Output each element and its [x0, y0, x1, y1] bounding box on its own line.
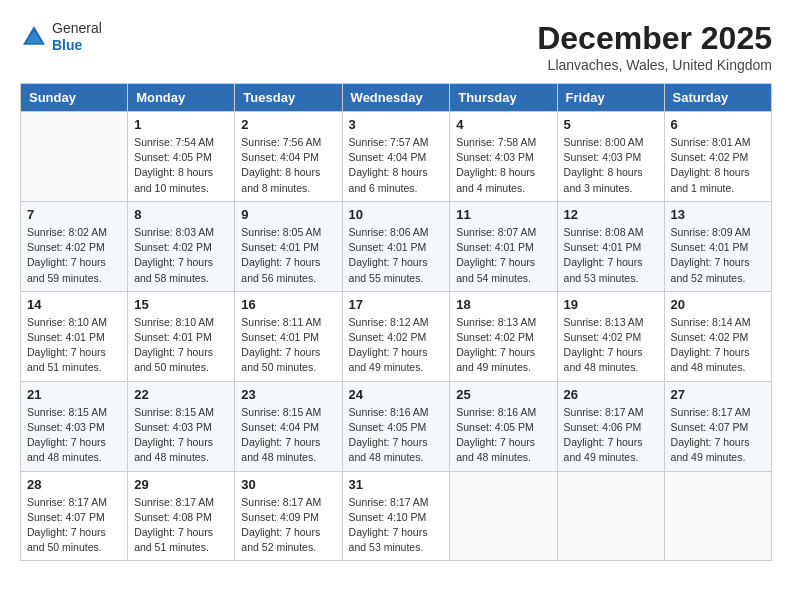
calendar-cell: 31Sunrise: 8:17 AM Sunset: 4:10 PM Dayli…	[342, 471, 450, 561]
calendar-cell: 25Sunrise: 8:16 AM Sunset: 4:05 PM Dayli…	[450, 381, 557, 471]
col-saturday: Saturday	[664, 84, 771, 112]
day-number: 2	[241, 117, 335, 132]
day-info: Sunrise: 8:15 AM Sunset: 4:03 PM Dayligh…	[134, 405, 228, 466]
day-info: Sunrise: 8:11 AM Sunset: 4:01 PM Dayligh…	[241, 315, 335, 376]
logo-text: General Blue	[52, 20, 102, 54]
calendar-cell	[664, 471, 771, 561]
day-number: 7	[27, 207, 121, 222]
day-info: Sunrise: 8:13 AM Sunset: 4:02 PM Dayligh…	[456, 315, 550, 376]
calendar-cell: 12Sunrise: 8:08 AM Sunset: 4:01 PM Dayli…	[557, 201, 664, 291]
day-info: Sunrise: 8:17 AM Sunset: 4:07 PM Dayligh…	[27, 495, 121, 556]
day-number: 26	[564, 387, 658, 402]
col-monday: Monday	[128, 84, 235, 112]
calendar-cell: 15Sunrise: 8:10 AM Sunset: 4:01 PM Dayli…	[128, 291, 235, 381]
day-number: 18	[456, 297, 550, 312]
calendar-cell: 10Sunrise: 8:06 AM Sunset: 4:01 PM Dayli…	[342, 201, 450, 291]
day-info: Sunrise: 8:08 AM Sunset: 4:01 PM Dayligh…	[564, 225, 658, 286]
day-number: 13	[671, 207, 765, 222]
day-number: 22	[134, 387, 228, 402]
day-info: Sunrise: 8:06 AM Sunset: 4:01 PM Dayligh…	[349, 225, 444, 286]
calendar-cell: 6Sunrise: 8:01 AM Sunset: 4:02 PM Daylig…	[664, 112, 771, 202]
calendar-cell: 13Sunrise: 8:09 AM Sunset: 4:01 PM Dayli…	[664, 201, 771, 291]
page-header: General Blue December 2025 Llanvaches, W…	[20, 20, 772, 73]
calendar-cell: 14Sunrise: 8:10 AM Sunset: 4:01 PM Dayli…	[21, 291, 128, 381]
day-number: 24	[349, 387, 444, 402]
day-info: Sunrise: 8:00 AM Sunset: 4:03 PM Dayligh…	[564, 135, 658, 196]
day-info: Sunrise: 8:07 AM Sunset: 4:01 PM Dayligh…	[456, 225, 550, 286]
day-info: Sunrise: 8:02 AM Sunset: 4:02 PM Dayligh…	[27, 225, 121, 286]
day-number: 4	[456, 117, 550, 132]
logo-general: General	[52, 20, 102, 37]
calendar-cell: 16Sunrise: 8:11 AM Sunset: 4:01 PM Dayli…	[235, 291, 342, 381]
day-info: Sunrise: 8:14 AM Sunset: 4:02 PM Dayligh…	[671, 315, 765, 376]
day-info: Sunrise: 8:13 AM Sunset: 4:02 PM Dayligh…	[564, 315, 658, 376]
day-info: Sunrise: 8:15 AM Sunset: 4:03 PM Dayligh…	[27, 405, 121, 466]
title-block: December 2025 Llanvaches, Wales, United …	[537, 20, 772, 73]
day-info: Sunrise: 8:17 AM Sunset: 4:10 PM Dayligh…	[349, 495, 444, 556]
day-info: Sunrise: 8:01 AM Sunset: 4:02 PM Dayligh…	[671, 135, 765, 196]
calendar-cell: 7Sunrise: 8:02 AM Sunset: 4:02 PM Daylig…	[21, 201, 128, 291]
day-info: Sunrise: 7:54 AM Sunset: 4:05 PM Dayligh…	[134, 135, 228, 196]
day-number: 31	[349, 477, 444, 492]
day-number: 1	[134, 117, 228, 132]
day-number: 16	[241, 297, 335, 312]
day-info: Sunrise: 7:56 AM Sunset: 4:04 PM Dayligh…	[241, 135, 335, 196]
day-info: Sunrise: 8:16 AM Sunset: 4:05 PM Dayligh…	[349, 405, 444, 466]
day-info: Sunrise: 8:03 AM Sunset: 4:02 PM Dayligh…	[134, 225, 228, 286]
calendar-week-4: 28Sunrise: 8:17 AM Sunset: 4:07 PM Dayli…	[21, 471, 772, 561]
calendar-cell: 22Sunrise: 8:15 AM Sunset: 4:03 PM Dayli…	[128, 381, 235, 471]
calendar-cell: 5Sunrise: 8:00 AM Sunset: 4:03 PM Daylig…	[557, 112, 664, 202]
day-info: Sunrise: 8:05 AM Sunset: 4:01 PM Dayligh…	[241, 225, 335, 286]
day-info: Sunrise: 8:17 AM Sunset: 4:07 PM Dayligh…	[671, 405, 765, 466]
day-number: 8	[134, 207, 228, 222]
col-thursday: Thursday	[450, 84, 557, 112]
day-number: 25	[456, 387, 550, 402]
day-info: Sunrise: 8:17 AM Sunset: 4:09 PM Dayligh…	[241, 495, 335, 556]
col-tuesday: Tuesday	[235, 84, 342, 112]
calendar-cell: 29Sunrise: 8:17 AM Sunset: 4:08 PM Dayli…	[128, 471, 235, 561]
day-info: Sunrise: 7:57 AM Sunset: 4:04 PM Dayligh…	[349, 135, 444, 196]
day-number: 23	[241, 387, 335, 402]
day-info: Sunrise: 8:17 AM Sunset: 4:08 PM Dayligh…	[134, 495, 228, 556]
calendar-cell: 24Sunrise: 8:16 AM Sunset: 4:05 PM Dayli…	[342, 381, 450, 471]
calendar-cell: 23Sunrise: 8:15 AM Sunset: 4:04 PM Dayli…	[235, 381, 342, 471]
day-info: Sunrise: 8:16 AM Sunset: 4:05 PM Dayligh…	[456, 405, 550, 466]
month-year: December 2025	[537, 20, 772, 57]
calendar-week-2: 14Sunrise: 8:10 AM Sunset: 4:01 PM Dayli…	[21, 291, 772, 381]
day-info: Sunrise: 8:17 AM Sunset: 4:06 PM Dayligh…	[564, 405, 658, 466]
day-number: 11	[456, 207, 550, 222]
day-number: 17	[349, 297, 444, 312]
calendar-cell	[21, 112, 128, 202]
calendar-cell	[450, 471, 557, 561]
day-info: Sunrise: 8:09 AM Sunset: 4:01 PM Dayligh…	[671, 225, 765, 286]
day-number: 19	[564, 297, 658, 312]
day-number: 6	[671, 117, 765, 132]
logo-icon	[20, 23, 48, 51]
calendar-cell: 26Sunrise: 8:17 AM Sunset: 4:06 PM Dayli…	[557, 381, 664, 471]
calendar-cell: 21Sunrise: 8:15 AM Sunset: 4:03 PM Dayli…	[21, 381, 128, 471]
calendar-cell: 19Sunrise: 8:13 AM Sunset: 4:02 PM Dayli…	[557, 291, 664, 381]
calendar-cell: 30Sunrise: 8:17 AM Sunset: 4:09 PM Dayli…	[235, 471, 342, 561]
day-info: Sunrise: 8:10 AM Sunset: 4:01 PM Dayligh…	[27, 315, 121, 376]
day-number: 10	[349, 207, 444, 222]
calendar-cell: 2Sunrise: 7:56 AM Sunset: 4:04 PM Daylig…	[235, 112, 342, 202]
day-number: 30	[241, 477, 335, 492]
calendar-cell: 9Sunrise: 8:05 AM Sunset: 4:01 PM Daylig…	[235, 201, 342, 291]
day-number: 3	[349, 117, 444, 132]
day-info: Sunrise: 8:15 AM Sunset: 4:04 PM Dayligh…	[241, 405, 335, 466]
location: Llanvaches, Wales, United Kingdom	[537, 57, 772, 73]
day-number: 20	[671, 297, 765, 312]
col-sunday: Sunday	[21, 84, 128, 112]
calendar-week-0: 1Sunrise: 7:54 AM Sunset: 4:05 PM Daylig…	[21, 112, 772, 202]
day-number: 27	[671, 387, 765, 402]
day-number: 9	[241, 207, 335, 222]
day-info: Sunrise: 7:58 AM Sunset: 4:03 PM Dayligh…	[456, 135, 550, 196]
calendar-cell: 18Sunrise: 8:13 AM Sunset: 4:02 PM Dayli…	[450, 291, 557, 381]
calendar-cell: 17Sunrise: 8:12 AM Sunset: 4:02 PM Dayli…	[342, 291, 450, 381]
calendar-cell: 1Sunrise: 7:54 AM Sunset: 4:05 PM Daylig…	[128, 112, 235, 202]
day-number: 29	[134, 477, 228, 492]
day-number: 28	[27, 477, 121, 492]
day-info: Sunrise: 8:12 AM Sunset: 4:02 PM Dayligh…	[349, 315, 444, 376]
day-number: 5	[564, 117, 658, 132]
day-number: 15	[134, 297, 228, 312]
